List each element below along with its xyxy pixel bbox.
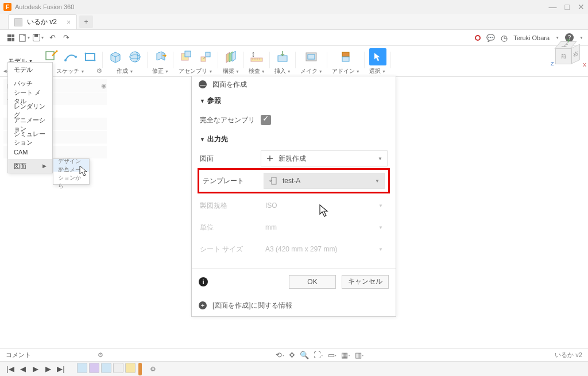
- extrude-icon[interactable]: [107, 49, 123, 65]
- timeline-feature[interactable]: [125, 363, 136, 373]
- template-icon: [269, 177, 278, 185]
- svg-rect-20: [272, 177, 276, 184]
- timeline-prev[interactable]: ◀: [18, 365, 28, 373]
- submenu-from-animation[interactable]: アニメーションから: [53, 172, 89, 184]
- status-doc-name: いるか v2: [536, 351, 582, 359]
- ok-button[interactable]: OK: [289, 275, 336, 289]
- svg-point-7: [94, 60, 95, 61]
- window-titlebar: F Autodesk Fusion 360 — □ ✕: [0, 0, 588, 14]
- addins-icon[interactable]: [338, 49, 354, 65]
- template-row-highlight: テンプレート test-A▼: [198, 168, 390, 193]
- timeline-start[interactable]: |◀: [6, 365, 15, 373]
- user-name[interactable]: Teruki Obara: [513, 34, 550, 41]
- orbit-icon[interactable]: ⟲·: [276, 351, 284, 359]
- svg-rect-19: [342, 57, 349, 61]
- axis-z-label: Z: [551, 61, 554, 67]
- timeline-settings-icon[interactable]: ⚙: [150, 365, 156, 373]
- label-sheet-size: シート サイズ: [200, 245, 256, 254]
- axis-y-label: Y: [567, 38, 570, 44]
- viewports-icon[interactable]: ▥·: [355, 351, 364, 359]
- sphere-icon[interactable]: [127, 49, 143, 65]
- save-button[interactable]: ▼: [32, 32, 45, 44]
- maximize-button[interactable]: □: [565, 2, 570, 11]
- pan-icon[interactable]: ✥: [289, 351, 295, 359]
- toolbar-group-construct: 構築▼: [218, 46, 244, 76]
- record-icon[interactable]: [475, 35, 481, 41]
- file-menu[interactable]: ▼: [18, 32, 31, 44]
- document-tab-label: いるか v2: [27, 17, 57, 27]
- close-button[interactable]: ✕: [578, 2, 585, 11]
- timeline-feature[interactable]: [113, 363, 123, 373]
- toolbar-group-insert: 挿入▼: [270, 46, 296, 76]
- data-panel-button[interactable]: [5, 32, 17, 44]
- fit-icon[interactable]: ⛶·: [314, 351, 323, 359]
- viewcube-right[interactable]: 右: [571, 44, 580, 64]
- timeline: |◀ ◀ ▶ ▶ ▶| ⚙: [0, 361, 588, 376]
- cancel-button[interactable]: キャンセル: [342, 275, 389, 289]
- measure-icon[interactable]: [249, 49, 265, 65]
- tab-close-icon[interactable]: ×: [67, 18, 71, 26]
- svg-rect-18: [342, 52, 349, 57]
- comment-settings-icon[interactable]: ⚙: [98, 351, 103, 359]
- app-icon: F: [3, 3, 11, 11]
- svg-rect-15: [278, 56, 287, 61]
- joint-icon[interactable]: [198, 49, 214, 65]
- comments-icon[interactable]: 💬: [486, 34, 495, 42]
- undo-button[interactable]: ↶: [46, 32, 59, 44]
- section-destination[interactable]: ▼出力先: [200, 134, 388, 144]
- section-reference[interactable]: ▼参照: [200, 96, 388, 106]
- template-select[interactable]: test-A▼: [264, 173, 385, 189]
- rectangle-icon[interactable]: [82, 49, 98, 65]
- timeline-end[interactable]: ▶|: [56, 365, 65, 373]
- svg-point-2: [56, 51, 57, 52]
- timeline-next[interactable]: ▶: [44, 365, 53, 373]
- line-icon[interactable]: [63, 49, 79, 65]
- press-pull-icon[interactable]: [152, 49, 168, 65]
- svg-point-3: [64, 59, 67, 61]
- drawing-select[interactable]: 新規作成▼: [261, 150, 388, 166]
- sheet-size-select: A3 (420 mm x 297 mm)▼: [261, 241, 388, 257]
- full-assembly-checkbox[interactable]: [261, 115, 271, 125]
- construct-plane-icon[interactable]: [223, 49, 239, 65]
- svg-rect-11: [185, 51, 191, 57]
- jobs-icon[interactable]: ◷: [501, 33, 508, 42]
- info-icon[interactable]: i: [199, 277, 208, 286]
- display-icon[interactable]: ▭·: [328, 351, 337, 359]
- document-tab[interactable]: いるか v2 ×: [8, 14, 77, 29]
- select-tool-button[interactable]: [369, 48, 386, 65]
- redo-button[interactable]: ↷: [60, 32, 72, 44]
- timeline-play[interactable]: ▶: [31, 365, 40, 373]
- dropdown-item-cam[interactable]: CAM: [8, 145, 52, 159]
- quick-access-bar: ▼ ▼ ↶ ↷ 💬 ◷ Teruki Obara ▼ ? ▼: [0, 30, 588, 46]
- new-component-icon[interactable]: [178, 49, 194, 65]
- new-tab-button[interactable]: +: [79, 15, 93, 28]
- browser-settings-icon[interactable]: ⚙: [96, 67, 102, 75]
- document-icon: [14, 18, 22, 26]
- minimize-button[interactable]: —: [549, 2, 557, 11]
- label-full-assembly: 完全なアセンブリ: [200, 115, 256, 125]
- insert-icon[interactable]: [274, 49, 291, 65]
- zoom-icon[interactable]: 🔍: [300, 351, 309, 359]
- viewcube-front[interactable]: 前: [555, 48, 571, 64]
- timeline-feature[interactable]: [89, 363, 99, 373]
- grid-icon[interactable]: ▦·: [341, 351, 350, 359]
- timeline-feature[interactable]: [101, 363, 111, 373]
- expand-info-icon[interactable]: +: [199, 301, 207, 309]
- toolbar-group-modify: 修正▼: [148, 46, 173, 76]
- toolbar-group-select: 選択▼: [365, 46, 391, 76]
- viewcube[interactable]: 上 前 右 Y X Z: [548, 34, 582, 70]
- toolbar-group-addins: アドイン▼: [327, 46, 365, 76]
- status-bar: コメント ⚙ ⟲· ✥ 🔍 ⛶· ▭· ▦· ▥· いるか v2: [0, 348, 588, 361]
- make-icon[interactable]: [303, 49, 319, 65]
- timeline-feature[interactable]: [77, 363, 87, 373]
- svg-point-6: [84, 53, 86, 55]
- timeline-playhead[interactable]: [138, 363, 142, 375]
- toolbar-group-make: メイク▼: [296, 46, 327, 76]
- comments-label[interactable]: コメント: [6, 351, 31, 359]
- dropdown-item-model[interactable]: モデル: [8, 63, 52, 76]
- dropdown-item-drawing[interactable]: 図面▶: [8, 159, 52, 173]
- dropdown-item-simulation[interactable]: シミュレーション: [8, 131, 52, 145]
- info-link[interactable]: [図面を作成]に関する情報: [212, 301, 292, 311]
- dialog-collapse-icon[interactable]: —: [199, 80, 207, 88]
- label-drawing: 図面: [200, 154, 256, 164]
